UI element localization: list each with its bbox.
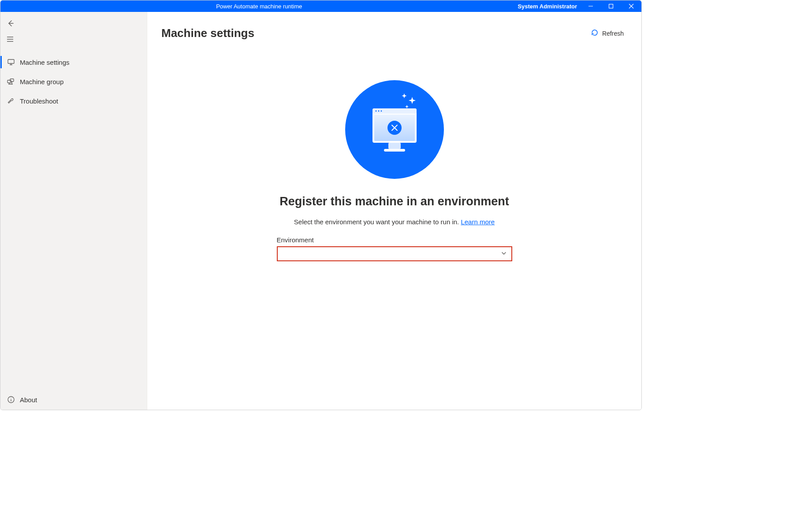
sidebar-item-label: Machine group: [20, 78, 63, 85]
svg-point-23: [378, 111, 379, 112]
sidebar-top: [0, 12, 147, 47]
sidebar-item-machine-settings[interactable]: Machine settings: [0, 52, 147, 72]
main-header: Machine settings Refresh: [161, 26, 627, 41]
main-panel: Machine settings Refresh: [147, 12, 641, 410]
hero-subtext: Select the environment you want your mac…: [294, 218, 495, 226]
refresh-button[interactable]: Refresh: [587, 26, 627, 41]
sidebar: Machine settings Machine group Troublesh…: [0, 12, 147, 410]
environment-label: Environment: [277, 236, 512, 244]
svg-rect-30: [388, 143, 401, 149]
learn-more-link[interactable]: Learn more: [461, 218, 495, 226]
content-area: Machine settings Machine group Troublesh…: [0, 12, 641, 410]
chevron-down-icon: [501, 250, 507, 258]
svg-rect-31: [384, 149, 405, 152]
page-title: Machine settings: [161, 26, 254, 40]
sidebar-item-about[interactable]: About: [0, 389, 147, 410]
window-controls: [581, 0, 641, 12]
environment-combobox[interactable]: [277, 246, 512, 261]
environment-field: Environment: [277, 236, 512, 261]
back-button[interactable]: [0, 15, 20, 31]
sidebar-nav: Machine settings Machine group Troublesh…: [0, 52, 147, 389]
hamburger-button[interactable]: [0, 31, 20, 47]
sidebar-item-label: About: [20, 396, 37, 404]
maximize-button[interactable]: [601, 0, 621, 12]
refresh-label: Refresh: [602, 30, 624, 37]
svg-point-24: [380, 111, 382, 112]
svg-point-18: [11, 398, 11, 398]
svg-rect-1: [609, 4, 613, 8]
monitor-icon: [7, 58, 15, 67]
wrench-icon: [7, 96, 15, 105]
svg-rect-8: [8, 59, 14, 63]
hero: Register this machine in an environment …: [161, 80, 627, 261]
hero-subtext-text: Select the environment you want your mac…: [294, 218, 461, 226]
window-title: Power Automate machine runtime: [0, 3, 518, 10]
info-icon: [7, 395, 15, 404]
sidebar-footer: About: [0, 389, 147, 410]
machine-illustration: [345, 80, 444, 179]
group-icon: [7, 77, 15, 86]
titlebar: Power Automate machine runtime System Ad…: [0, 0, 641, 12]
svg-point-22: [375, 111, 376, 112]
current-user: System Administrator: [518, 3, 577, 10]
hero-title: Register this machine in an environment: [279, 195, 509, 208]
sidebar-item-label: Troubleshoot: [20, 97, 58, 105]
minimize-button[interactable]: [581, 0, 601, 12]
sidebar-item-machine-group[interactable]: Machine group: [0, 72, 147, 91]
sidebar-item-label: Machine settings: [20, 59, 70, 66]
close-button[interactable]: [621, 0, 641, 12]
refresh-icon: [591, 29, 599, 38]
sidebar-item-troubleshoot[interactable]: Troubleshoot: [0, 91, 147, 111]
